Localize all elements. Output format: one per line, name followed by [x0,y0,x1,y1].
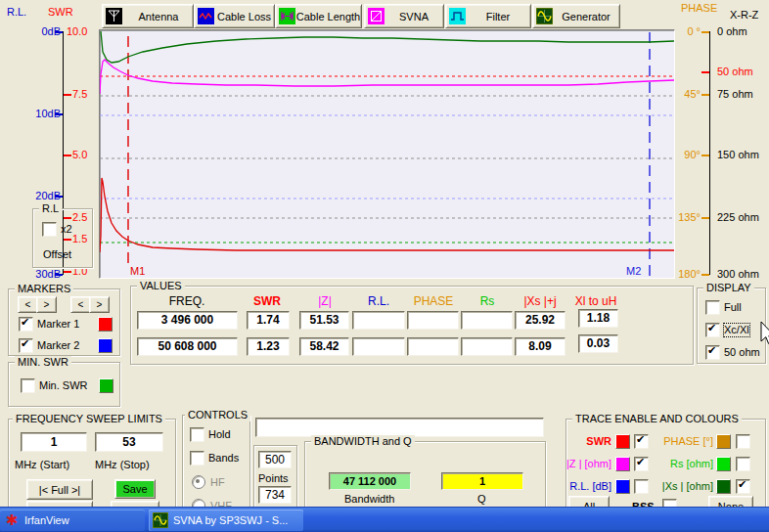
marker2-label-text: Marker 2 [37,339,79,352]
trace-rs-checkbox[interactable] [736,457,750,471]
display-xcxl-label: Xc/Xl [724,324,749,336]
rl-tickmark [55,113,63,115]
rl-axis-title: R.L. [7,6,26,19]
min-swr-checkbox[interactable] [21,378,35,393]
trace-xs-swatch[interactable] [716,479,731,494]
display-full-label: Full [724,301,742,314]
marker1-color-swatch[interactable] [98,317,113,332]
value-xs-m1: 25.92 [515,311,565,330]
swr-tick-10: 10.0 [67,25,94,38]
ohm-tick-300: 300 ohm [717,268,759,281]
display-50ohm-checkbox[interactable] [705,345,720,360]
trace-phase-swatch[interactable] [716,434,731,449]
svna-button[interactable]: SVNA [364,4,444,28]
min-swr-color-swatch[interactable] [99,378,113,393]
bands-checkbox[interactable] [190,451,204,466]
min-swr-group: MIN. SWR Min. SWR [8,362,120,407]
bands-label: Bands [208,452,239,465]
markers-group: MARKERS < > < > Marker 1 Marker 2 [8,288,120,356]
phase-tickmark [701,274,709,276]
marker2-color-swatch[interactable] [98,338,113,353]
freq-start-input[interactable]: 1 [21,432,87,452]
cable-length-button[interactable]: Cable Length [275,4,362,28]
ohm-tick-50: 50 ohm [717,66,753,78]
marker1-checkbox[interactable] [19,317,33,332]
bandwidth-label: Bandwidth [344,493,394,506]
trace-swr-swatch[interactable] [615,434,630,449]
q-value: 1 [441,472,523,490]
save-button[interactable]: Save [114,479,156,499]
marker2-checkbox[interactable] [19,338,33,353]
generator-button-label: Generator [562,11,611,22]
min-swr-group-title: MIN. SWR [15,356,71,369]
taskbar-item-svna[interactable]: SVNA by SP3SWJ - S... [149,510,303,531]
rl-offset-label[interactable]: Offset [43,248,71,261]
full-span-button[interactable]: |< Full >| [26,479,93,500]
sweep-plot-canvas [100,30,674,278]
taskbar-item-irfanview[interactable]: ✱ IrfanView [0,510,145,531]
marker2-next-button[interactable]: > [89,296,110,313]
sweep-plot[interactable]: M1 M2 [99,29,675,279]
trace-z-swatch[interactable] [615,457,630,471]
command-input[interactable] [255,418,544,437]
swr-axis-title: SWR [48,6,73,19]
display-xcxl-checkbox[interactable] [705,323,720,337]
marker2-prev-button[interactable]: < [70,296,91,313]
rl-offset-group: R.L x2 Offset [32,208,93,268]
cable-loss-icon [198,8,214,24]
header-swr: SWR [244,295,291,308]
marker1-prev-button[interactable]: < [18,296,38,313]
trace-z-checkbox[interactable] [634,457,649,471]
filter-button[interactable]: Filter [445,4,531,28]
hf-radio[interactable] [192,475,205,489]
bandwidth-value: 47 112 000 [329,472,411,490]
min-swr-label: Min. SWR [39,379,88,392]
swr-tickmark [64,155,71,156]
value-freq-m1: 3 496 000 [137,311,238,330]
cable-loss-button[interactable]: Cable Loss [194,4,275,28]
trace-phase-checkbox[interactable] [736,434,750,449]
display-group: DISPLAY Full Xc/Xl 50 ohm [697,288,766,364]
value-rl-m1 [352,311,405,330]
marker1-label-text: Marker 1 [37,318,79,331]
marker1-next-button[interactable]: > [36,296,57,313]
header-rl: R.L. [353,295,404,308]
trace-rl-swatch[interactable] [615,479,630,494]
generator-icon [536,8,553,24]
header-z: |Z| [299,295,350,308]
value-rs-m1 [461,311,513,330]
rl-x2-checkbox[interactable] [42,222,57,237]
points-value-2[interactable]: 734 [258,486,292,504]
points-value[interactable]: 500 [258,451,292,468]
q-label: Q [477,493,486,506]
display-50ohm-label: 50 ohm [724,346,760,359]
trace-rs-label: Rs [ohm] [653,458,713,470]
display-group-title: DISPLAY [703,282,754,294]
swr-tickmark [64,271,71,273]
trace-rl-checkbox[interactable] [634,479,649,494]
hold-label: Hold [208,428,231,441]
markers-group-title: MARKERS [15,283,73,295]
trace-xs-checkbox[interactable] [736,479,750,494]
marker1-label: M1 [130,265,145,277]
trace-swr-checkbox[interactable] [634,434,649,449]
mouse-cursor [760,321,769,348]
header-freq: FREQ. [148,295,226,308]
value-rs-m2 [461,337,513,356]
header-phase: PHASE [407,295,460,308]
generator-button[interactable]: Generator [532,4,620,28]
taskbar: ✱ IrfanView SVNA by SP3SWJ - S... [0,507,769,532]
values-group-title: VALUES [137,280,185,292]
display-full-checkbox[interactable] [705,300,720,315]
phase-tickmark [701,94,709,96]
header-xs: |Xs |+j [514,295,566,308]
antenna-button[interactable]: Antenna [102,4,194,28]
hold-checkbox[interactable] [190,427,204,442]
rl-x2-label: x2 [61,223,72,236]
trace-rs-swatch[interactable] [716,457,731,471]
taskbar-item-label: IrfanView [24,514,69,526]
svna-button-label: SVNA [399,11,429,22]
value-freq-m2: 50 608 000 [137,337,238,356]
phase-tickmark [701,155,709,156]
freq-stop-input[interactable]: 53 [95,432,163,452]
